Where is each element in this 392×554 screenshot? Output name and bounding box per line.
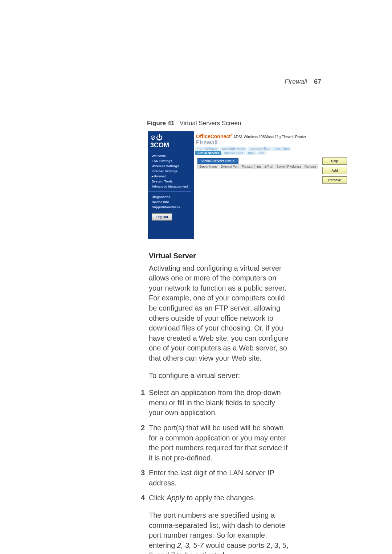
product-title: OfficeConnect® ADSL Wireless 108Mbps 11g…	[194, 131, 353, 139]
sidebar-item-firewall[interactable]: Firewall	[152, 174, 194, 179]
sidebar-item-support[interactable]: Support/Feedback	[152, 205, 194, 210]
logout-button[interactable]: Log Out	[152, 213, 172, 221]
closing-paragraph: The port numbers are specified using a c…	[149, 510, 290, 554]
section-heading: Virtual Server	[149, 251, 290, 261]
tab-pc-privileges[interactable]: PC Privileges	[195, 147, 220, 151]
tab-spi[interactable]: SPI	[257, 151, 267, 155]
lead-in: To configure a virtual server:	[149, 371, 290, 381]
step-2: 2The port(s) that will be used will be s…	[141, 423, 290, 463]
router-screenshot: ⊘ ⏻ 3COM Welcome LAN Settings Wireless S…	[148, 131, 353, 239]
step-3: 3Enter the last digit of the LAN server …	[141, 468, 290, 488]
action-buttons: Help Add Remove	[322, 157, 347, 184]
breadcrumb: Firewall	[194, 139, 353, 147]
intro-paragraph: Activating and configuring a virtual ser…	[149, 263, 290, 364]
col-remove: Remove	[303, 164, 318, 169]
step-1: 1Select an application from the drop-dow…	[141, 388, 290, 418]
page-number: 67	[314, 78, 321, 85]
col-internal-port: Internal Port	[255, 164, 275, 169]
sidebar-item-internet[interactable]: Internet Settings	[152, 169, 194, 174]
main-panel: OfficeConnect® ADSL Wireless 108Mbps 11g…	[194, 131, 353, 239]
sidebar-item-wireless[interactable]: Wireless Settings	[152, 164, 194, 169]
steps-list: 1Select an application from the drop-dow…	[141, 388, 290, 503]
help-button[interactable]: Help	[322, 157, 347, 165]
sidebar-item-system[interactable]: System Tools	[152, 179, 194, 184]
logo-text: 3COM	[150, 141, 192, 149]
figure-label: Figure 41	[147, 120, 175, 127]
remove-button[interactable]: Remove	[322, 176, 347, 184]
col-external-port: External Port	[219, 164, 240, 169]
add-button[interactable]: Add	[322, 167, 347, 174]
tab-virtual-servers[interactable]: Virtual Servers	[195, 151, 222, 155]
tab-content-filter[interactable]: Content Filter	[248, 147, 272, 151]
tabbar-row1: PC Privileges Schedule Rules Content Fil…	[194, 147, 353, 151]
panel-title: Virtual Servers Setup	[197, 158, 238, 164]
tabbar-row2: Virtual Servers Special Apps DMZ SPI	[194, 151, 353, 155]
tab-special-apps[interactable]: Special Apps	[222, 151, 246, 155]
figure-caption: Figure 41 Virtual Servers Screen	[147, 120, 359, 127]
logo-icon: ⊘ ⏻	[150, 134, 192, 141]
sidebar-item-advanced[interactable]: Advanced Management	[152, 184, 194, 189]
section-name: Firewall	[285, 78, 307, 85]
running-header: Firewall 67	[285, 78, 321, 86]
sidebar-item-diagnostics[interactable]: Diagnostics	[152, 194, 194, 200]
sidebar-item-welcome[interactable]: Welcome	[152, 153, 194, 159]
col-protocol: Protocol	[240, 164, 255, 169]
figure-title: Virtual Servers Screen	[180, 120, 241, 127]
sidebar-item-lan[interactable]: LAN Settings	[152, 159, 194, 164]
virtual-servers-table: Server Name External Port Protocol Inter…	[197, 164, 318, 169]
step-4: 4 Click Apply to apply the changes.	[141, 493, 290, 503]
tab-dmz[interactable]: DMZ	[246, 151, 257, 155]
tab-schedule-rules[interactable]: Schedule Rules	[220, 147, 247, 151]
sidebar: ⊘ ⏻ 3COM Welcome LAN Settings Wireless S…	[148, 131, 194, 239]
sidebar-separator	[148, 191, 191, 192]
col-server-name: Server Name	[198, 164, 219, 169]
tab-url-filter[interactable]: URL Filter	[272, 147, 291, 151]
col-server-ip: Server IP Address	[275, 164, 303, 169]
sidebar-item-deviceinfo[interactable]: Device Info	[152, 200, 194, 205]
